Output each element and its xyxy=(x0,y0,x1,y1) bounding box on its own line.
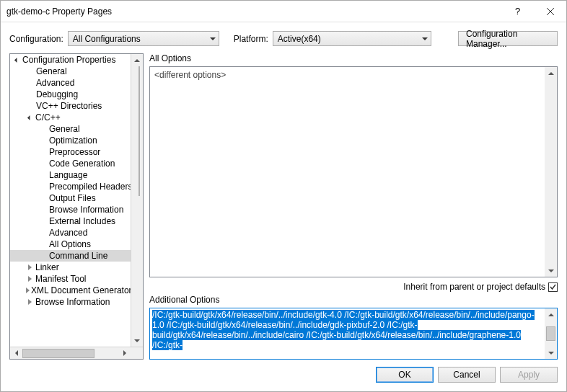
scroll-up-button[interactable] xyxy=(545,308,557,321)
tree-item[interactable]: Preprocessor xyxy=(10,146,131,158)
scrollbar-track[interactable] xyxy=(545,321,557,347)
additional-options-label: Additional Options xyxy=(149,295,558,305)
configuration-dropdown[interactable]: All Configurations xyxy=(68,31,219,46)
tree-item[interactable]: Optimization xyxy=(10,135,131,146)
tree-item[interactable]: All Options xyxy=(10,239,131,250)
configuration-value: All Configurations xyxy=(73,34,141,44)
ok-button[interactable]: OK xyxy=(376,367,434,383)
additional-options-scrollbar[interactable] xyxy=(545,308,557,359)
additional-options-textarea[interactable]: /IC:/gtk-build/gtk/x64/release/bin/../in… xyxy=(149,308,558,360)
scroll-right-button[interactable] xyxy=(118,347,131,360)
expand-icon[interactable] xyxy=(26,275,34,283)
expand-icon[interactable] xyxy=(26,287,30,295)
tree-item-selected[interactable]: Command Line xyxy=(10,250,131,262)
scroll-down-button[interactable] xyxy=(131,334,144,347)
tree-item[interactable]: Browse Information xyxy=(10,204,131,215)
tree-item[interactable]: General xyxy=(10,123,131,135)
additional-options-text: /IC:/gtk-build/gtk/x64/release/bin/../in… xyxy=(150,308,545,359)
expand-icon[interactable] xyxy=(13,56,21,64)
all-options-label: All Options xyxy=(149,53,558,63)
scrollbar-track[interactable] xyxy=(22,349,118,358)
expand-icon[interactable] xyxy=(26,114,34,122)
scrollbar-thumb[interactable] xyxy=(546,326,555,341)
tree-item[interactable]: XML Document Generator xyxy=(10,285,131,296)
tree-item[interactable]: Output Files xyxy=(10,192,131,204)
tree-item[interactable]: External Includes xyxy=(10,215,131,227)
scroll-down-button[interactable] xyxy=(545,264,557,277)
window-title: gtk-demo-c Property Pages xyxy=(6,6,501,17)
configuration-label: Configuration: xyxy=(9,34,63,44)
apply-button: Apply xyxy=(500,367,558,383)
scrollbar-thumb[interactable] xyxy=(139,66,140,196)
titlebar: gtk-demo-c Property Pages ? xyxy=(1,1,566,22)
tree-item[interactable]: Linker xyxy=(10,262,131,273)
tree-item[interactable]: Advanced xyxy=(10,77,131,89)
chevron-down-icon xyxy=(210,37,216,40)
tree-item[interactable]: Browse Information xyxy=(10,296,131,308)
scrollbar-thumb[interactable] xyxy=(22,349,94,358)
tree-item[interactable]: General xyxy=(10,66,131,77)
tree-item[interactable]: Code Generation xyxy=(10,158,131,169)
all-options-value: <different options> xyxy=(150,67,545,277)
property-pages-dialog: gtk-demo-c Property Pages ? Configuratio… xyxy=(0,0,567,392)
scroll-down-button[interactable] xyxy=(545,347,557,359)
close-button[interactable] xyxy=(534,1,566,22)
tree-item-root[interactable]: Configuration Properties xyxy=(10,54,131,66)
check-icon xyxy=(549,283,557,291)
tree-scrollbar-vertical[interactable] xyxy=(131,54,143,347)
chevron-down-icon xyxy=(422,37,428,40)
tree-item-cpp[interactable]: C/C++ xyxy=(10,112,131,123)
tree-item[interactable]: Precompiled Headers xyxy=(10,181,131,192)
help-button[interactable]: ? xyxy=(501,1,534,22)
expand-icon[interactable] xyxy=(26,264,34,272)
close-icon xyxy=(547,8,554,15)
right-panel: All Options <different options> Inherit … xyxy=(149,53,558,360)
cancel-button[interactable]: Cancel xyxy=(438,367,496,383)
tree-item[interactable]: Manifest Tool xyxy=(10,273,131,285)
tree-item[interactable]: Language xyxy=(10,169,131,181)
property-tree[interactable]: Configuration Properties General Advance… xyxy=(9,53,144,360)
configuration-manager-button[interactable]: Configuration Manager... xyxy=(458,31,558,46)
inherit-checkbox[interactable] xyxy=(548,282,558,292)
scroll-up-button[interactable] xyxy=(545,67,557,79)
expand-icon[interactable] xyxy=(26,298,34,306)
dialog-footer: OK Cancel Apply xyxy=(1,360,566,391)
inherit-label: Inherit from parent or project defaults xyxy=(403,282,545,292)
tree-item[interactable]: Advanced xyxy=(10,227,131,239)
platform-label: Platform: xyxy=(234,34,268,44)
scroll-left-button[interactable] xyxy=(10,347,22,360)
tree-item[interactable]: Debugging xyxy=(10,89,131,100)
platform-dropdown[interactable]: Active(x64) xyxy=(273,31,431,46)
platform-value: Active(x64) xyxy=(278,34,321,44)
all-options-box[interactable]: <different options> xyxy=(149,66,558,277)
scroll-up-button[interactable] xyxy=(131,54,144,66)
config-toolbar: Configuration: All Configurations Platfo… xyxy=(1,22,566,53)
tree-scrollbar-horizontal[interactable] xyxy=(10,347,143,359)
scrollbar-track[interactable] xyxy=(545,79,557,264)
all-options-scrollbar[interactable] xyxy=(545,67,557,277)
tree-item[interactable]: VC++ Directories xyxy=(10,100,131,112)
